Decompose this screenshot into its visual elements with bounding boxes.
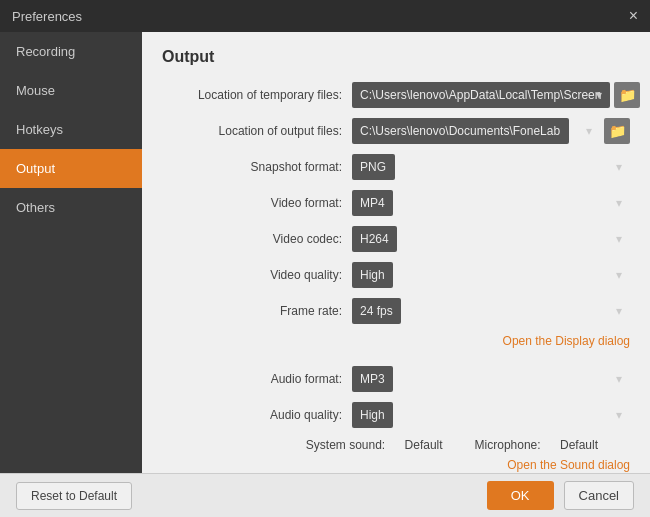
close-button[interactable]: ×	[629, 8, 638, 24]
video-codec-row: Video codec: H264	[162, 226, 630, 252]
video-codec-label: Video codec:	[162, 232, 352, 246]
audio-quality-select-wrapper: High	[352, 402, 630, 428]
video-quality-row: Video quality: High	[162, 262, 630, 288]
snapshot-format-select[interactable]: PNG	[352, 154, 395, 180]
video-quality-label: Video quality:	[162, 268, 352, 282]
footer: Reset to Default OK Cancel	[0, 473, 650, 517]
video-quality-select[interactable]: High	[352, 262, 393, 288]
reset-button[interactable]: Reset to Default	[16, 482, 132, 510]
snapshot-format-label: Snapshot format:	[162, 160, 352, 174]
audio-format-select[interactable]: MP3	[352, 366, 393, 392]
footer-right-buttons: OK Cancel	[487, 481, 634, 510]
snapshot-format-select-wrapper: PNG	[352, 154, 630, 180]
audio-format-control: MP3	[352, 366, 630, 392]
output-files-browse-button[interactable]: 📁	[604, 118, 630, 144]
video-codec-select[interactable]: H264	[352, 226, 397, 252]
output-files-label: Location of output files:	[162, 124, 352, 138]
audio-quality-label: Audio quality:	[162, 408, 352, 422]
snapshot-format-control: PNG	[352, 154, 630, 180]
sidebar-item-output[interactable]: Output	[0, 149, 142, 188]
display-dialog-link-row: Open the Display dialog	[162, 334, 630, 348]
frame-rate-select-wrapper: 24 fps	[352, 298, 630, 324]
video-codec-select-wrapper: H264	[352, 226, 630, 252]
audio-format-select-wrapper: MP3	[352, 366, 630, 392]
system-sound-row: System sound: Default Microphone: Defaul…	[162, 438, 630, 452]
video-format-control: MP4	[352, 190, 630, 216]
temp-files-control: C:\Users\lenovo\AppData\Local\Temp\Scree…	[352, 82, 640, 108]
folder-icon: 📁	[619, 87, 636, 103]
temp-files-select-wrapper: C:\Users\lenovo\AppData\Local\Temp\Scree…	[352, 82, 610, 108]
display-dialog-link[interactable]: Open the Display dialog	[503, 334, 630, 348]
audio-quality-row: Audio quality: High	[162, 402, 630, 428]
output-files-row: Location of output files: C:\Users\lenov…	[162, 118, 630, 144]
output-files-control: C:\Users\lenovo\Documents\FoneLab 📁	[352, 118, 630, 144]
output-files-select-wrapper: C:\Users\lenovo\Documents\FoneLab	[352, 118, 600, 144]
video-format-label: Video format:	[162, 196, 352, 210]
system-sound-label: System sound: Default	[306, 438, 459, 452]
dialog-title: Preferences	[12, 9, 82, 24]
temp-files-label: Location of temporary files:	[162, 88, 352, 102]
sound-dialog-link[interactable]: Open the Sound dialog	[507, 458, 630, 472]
section-title: Output	[162, 48, 630, 66]
audio-format-row: Audio format: MP3	[162, 366, 630, 392]
sidebar-item-mouse[interactable]: Mouse	[0, 71, 142, 110]
cancel-button[interactable]: Cancel	[564, 481, 634, 510]
video-codec-control: H264	[352, 226, 630, 252]
video-quality-control: High	[352, 262, 630, 288]
sidebar-item-recording[interactable]: Recording	[0, 32, 142, 71]
audio-format-label: Audio format:	[162, 372, 352, 386]
video-quality-select-wrapper: High	[352, 262, 630, 288]
audio-quality-select[interactable]: High	[352, 402, 393, 428]
main-content: Output Location of temporary files: C:\U…	[142, 32, 650, 473]
sidebar-item-hotkeys[interactable]: Hotkeys	[0, 110, 142, 149]
sound-dialog-link-row: Open the Sound dialog	[162, 458, 630, 472]
output-files-select[interactable]: C:\Users\lenovo\Documents\FoneLab	[352, 118, 569, 144]
temp-files-browse-button[interactable]: 📁	[614, 82, 640, 108]
temp-files-row: Location of temporary files: C:\Users\le…	[162, 82, 630, 108]
video-format-select-wrapper: MP4	[352, 190, 630, 216]
sidebar-item-others[interactable]: Others	[0, 188, 142, 227]
title-bar: Preferences ×	[0, 0, 650, 32]
frame-rate-label: Frame rate:	[162, 304, 352, 318]
audio-quality-control: High	[352, 402, 630, 428]
video-format-select[interactable]: MP4	[352, 190, 393, 216]
snapshot-format-row: Snapshot format: PNG	[162, 154, 630, 180]
frame-rate-row: Frame rate: 24 fps	[162, 298, 630, 324]
folder-icon-2: 📁	[609, 123, 626, 139]
dialog-body: Recording Mouse Hotkeys Output Others Ou…	[0, 32, 650, 473]
frame-rate-select[interactable]: 24 fps	[352, 298, 401, 324]
ok-button[interactable]: OK	[487, 481, 554, 510]
sidebar: Recording Mouse Hotkeys Output Others	[0, 32, 142, 473]
microphone-label: Microphone: Default	[475, 438, 614, 452]
temp-files-select[interactable]: C:\Users\lenovo\AppData\Local\Temp\Scree…	[352, 82, 610, 108]
video-format-row: Video format: MP4	[162, 190, 630, 216]
frame-rate-control: 24 fps	[352, 298, 630, 324]
